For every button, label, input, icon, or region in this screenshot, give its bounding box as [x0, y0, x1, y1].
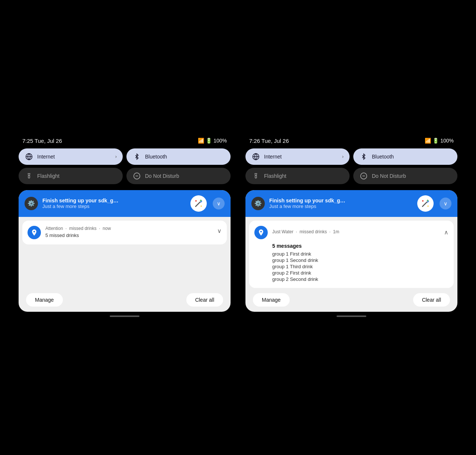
right-justwater-header: Just Water · missed drinks · 1m ∧ — [254, 226, 448, 239]
svg-point-22 — [422, 200, 424, 202]
right-notification-panel: ⚙️ Finish setting up your sdk_g… Just a … — [245, 190, 457, 312]
right-justwater-expanded-content: 5 messages group 1 First drink group 1 S… — [254, 243, 448, 282]
left-attention-channel: missed drinks — [69, 226, 96, 231]
left-tile-dnd[interactable]: Do Not Disturb — [126, 168, 231, 184]
left-tile-flashlight[interactable]: Flashlight — [19, 168, 123, 184]
left-attention-app-icon — [28, 226, 41, 239]
left-attention-notification[interactable]: Attention · missed drinks · now 5 missed… — [22, 221, 227, 244]
left-panel-actions: Manage Clear all — [19, 288, 231, 312]
svg-point-23 — [428, 205, 429, 206]
left-battery-percent: 100% — [213, 138, 227, 144]
right-status-icons: 📶 🔋 100% — [425, 138, 454, 144]
right-phone: 7:26 Tue, Jul 26 📶 🔋 100% Internet — [238, 127, 465, 328]
left-battery-icon: 🔋 — [206, 138, 212, 144]
left-gear-icon: ⚙️ — [28, 200, 35, 207]
left-setup-chevron[interactable]: ∨ — [213, 198, 225, 209]
right-setup-notification[interactable]: ⚙️ Finish setting up your sdk_g… Just a … — [245, 190, 457, 217]
left-tile-internet[interactable]: Internet › — [19, 148, 123, 165]
left-setup-notification[interactable]: ⚙️ Finish setting up your sdk_g… Just a … — [19, 190, 231, 217]
left-phone: 7:25 Tue, Jul 26 📶 🔋 100% Inter — [11, 127, 238, 328]
left-dnd-icon — [132, 172, 141, 180]
left-setup-icon: ⚙️ — [25, 197, 38, 210]
right-justwater-summary-title: 5 messages — [272, 243, 448, 249]
left-flashlight-icon — [25, 172, 33, 180]
right-justwater-meta: Just Water · missed drinks · 1m — [272, 229, 440, 234]
left-attention-chevron[interactable]: ∨ — [217, 227, 222, 234]
left-setup-text: Finish setting up your sdk_g… Just a few… — [42, 198, 186, 209]
left-attention-meta: Attention · missed drinks · now — [45, 226, 213, 231]
left-internet-icon — [25, 152, 33, 161]
svg-rect-2 — [28, 175, 30, 178]
right-internet-icon — [251, 152, 260, 161]
left-bluetooth-label: Bluetooth — [145, 154, 167, 160]
svg-rect-15 — [255, 175, 257, 178]
right-setup-subtitle: Just a few more steps — [269, 204, 413, 209]
right-justwater-chevron-up[interactable]: ∧ — [444, 229, 448, 236]
left-attention-body: 5 missed drinks — [45, 233, 213, 238]
right-tile-dnd[interactable]: Do Not Disturb — [353, 168, 457, 184]
right-setup-text: Finish setting up your sdk_g… Just a few… — [269, 198, 413, 209]
right-setup-icon: ⚙️ — [251, 197, 265, 210]
left-quick-tiles: Internet › Bluetooth — [19, 148, 231, 184]
left-attention-content: Attention · missed drinks · now 5 missed… — [45, 226, 213, 238]
left-home-indicator — [110, 315, 139, 317]
left-setup-subtitle: Just a few more steps — [42, 204, 186, 209]
right-time: 7:26 Tue, Jul 26 — [249, 138, 289, 144]
right-setup-chevron[interactable]: ∨ — [440, 198, 451, 209]
right-internet-label: Internet — [264, 154, 282, 160]
right-status-bar: 7:26 Tue, Jul 26 📶 🔋 100% — [245, 135, 457, 148]
left-setup-title: Finish setting up your sdk_g… — [42, 198, 186, 204]
right-dnd-label: Do Not Disturb — [372, 173, 406, 179]
right-setup-app-icon — [417, 195, 434, 212]
left-setup-app-icon — [190, 195, 207, 212]
left-bluetooth-icon — [132, 152, 141, 161]
right-internet-chevron: › — [342, 154, 344, 159]
right-justwater-meta-content: Just Water · missed drinks · 1m — [272, 229, 440, 236]
right-tile-flashlight[interactable]: Flashlight — [245, 168, 350, 184]
left-internet-chevron: › — [115, 154, 117, 159]
right-message-4: group 2 First drink — [272, 270, 448, 276]
right-message-3: group 1 Third drink — [272, 264, 448, 269]
right-message-2: group 1 Second drink — [272, 257, 448, 263]
left-tile-bluetooth[interactable]: Bluetooth — [126, 148, 231, 165]
right-bluetooth-label: Bluetooth — [372, 154, 394, 160]
right-tile-bluetooth[interactable]: Bluetooth — [353, 148, 457, 165]
right-clear-all-button[interactable]: Clear all — [413, 293, 450, 307]
right-gear-icon: ⚙️ — [254, 200, 262, 207]
left-time: 7:25 Tue, Jul 26 — [22, 138, 62, 144]
right-dnd-icon — [359, 172, 368, 180]
right-battery-icon: 🔋 — [432, 138, 439, 144]
right-justwater-channel: missed drinks — [300, 229, 327, 234]
right-flashlight-icon — [251, 172, 260, 180]
left-status-bar: 7:25 Tue, Jul 26 📶 🔋 100% — [19, 135, 231, 148]
right-message-1: group 1 First drink — [272, 251, 448, 257]
svg-point-9 — [195, 200, 197, 202]
right-tile-row-2: Flashlight Do Not Disturb — [245, 168, 457, 184]
left-notification-panel: ⚙️ Finish setting up your sdk_g… Just a … — [19, 190, 231, 312]
right-bluetooth-icon — [359, 152, 368, 161]
right-tile-row-1: Internet › Bluetooth — [245, 148, 457, 165]
right-justwater-app-name: Just Water — [272, 229, 293, 234]
right-flashlight-label: Flashlight — [264, 173, 286, 179]
right-signal-icon: 📶 — [425, 138, 431, 144]
right-tile-internet[interactable]: Internet › — [245, 148, 350, 165]
right-justwater-app-icon — [254, 226, 268, 239]
right-setup-title: Finish setting up your sdk_g… — [269, 198, 413, 204]
left-clear-all-button[interactable]: Clear all — [186, 293, 223, 307]
left-flashlight-label: Flashlight — [37, 173, 60, 179]
left-dnd-label: Do Not Disturb — [145, 173, 179, 179]
right-justwater-notification[interactable]: Just Water · missed drinks · 1m ∧ 5 mess… — [249, 221, 454, 288]
right-home-indicator — [337, 315, 366, 317]
left-manage-button[interactable]: Manage — [26, 293, 63, 307]
right-manage-button[interactable]: Manage — [253, 293, 290, 307]
right-battery-percent: 100% — [440, 138, 454, 144]
right-quick-tiles: Internet › Bluetooth — [245, 148, 457, 184]
left-tile-row-2: Flashlight Do Not Disturb — [19, 168, 231, 184]
left-signal-icon: 📶 — [198, 138, 204, 144]
right-justwater-time: 1m — [333, 229, 340, 234]
left-tile-row-1: Internet › Bluetooth — [19, 148, 231, 165]
right-message-5: group 2 Second drink — [272, 276, 448, 282]
right-panel-actions: Manage Clear all — [245, 288, 457, 312]
left-status-icons: 📶 🔋 100% — [198, 138, 227, 144]
left-attention-time: now — [103, 226, 111, 231]
